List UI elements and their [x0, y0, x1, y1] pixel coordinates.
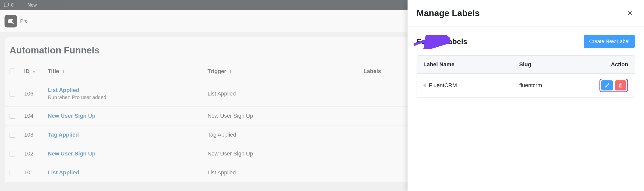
new-item[interactable]: New: [20, 2, 37, 8]
row-checkbox[interactable]: [10, 113, 15, 119]
select-all-checkbox[interactable]: [10, 69, 15, 74]
row-id: 106: [20, 81, 43, 107]
row-checkbox[interactable]: [10, 170, 15, 175]
column-id[interactable]: ID ▲▼: [20, 62, 43, 81]
plus-icon: [20, 2, 26, 8]
label-slug: fluentcrm: [513, 74, 578, 97]
create-new-label-button[interactable]: Create New Label: [584, 35, 635, 48]
row-trigger: List Applied: [203, 163, 359, 182]
sort-indicator-icon: ▲▼: [229, 70, 232, 73]
close-button[interactable]: [625, 8, 635, 18]
close-icon: [627, 10, 633, 16]
edit-label-button[interactable]: [601, 80, 613, 90]
row-subtitle: Run when Pro user added: [48, 94, 198, 100]
label-color-dot: [423, 84, 426, 87]
row-trigger: List Applied: [203, 81, 359, 107]
column-action: Action: [578, 56, 635, 74]
row-trigger: Tag Applied: [203, 125, 359, 144]
row-id: 104: [20, 107, 43, 125]
row-trigger: New User Sign Up: [203, 144, 359, 163]
pro-label: Pro: [20, 18, 28, 24]
drawer-header: Manage Labels: [408, 0, 644, 26]
row-title-link[interactable]: List Applied: [48, 169, 198, 176]
sort-indicator-icon: ▲▼: [33, 70, 35, 73]
manage-labels-drawer: Manage Labels Funnel Labels Create New L…: [408, 0, 644, 191]
row-title-link[interactable]: Tag Applied: [48, 132, 198, 138]
comments-item[interactable]: 0: [4, 2, 14, 8]
column-title[interactable]: Title ▲▼: [43, 62, 203, 81]
trash-icon: [618, 83, 623, 88]
label-row: FluentCRM fluentcrm: [417, 74, 635, 97]
action-highlight: [599, 79, 628, 92]
row-title-link[interactable]: New User Sign Up: [48, 113, 198, 119]
row-id: 102: [20, 144, 43, 163]
row-checkbox[interactable]: [10, 132, 15, 138]
row-id: 101: [20, 163, 43, 182]
delete-label-button[interactable]: [615, 80, 626, 90]
row-checkbox[interactable]: [10, 151, 15, 156]
row-title-link[interactable]: New User Sign Up: [48, 150, 198, 157]
drawer-title: Manage Labels: [417, 8, 625, 18]
row-trigger: New User Sign Up: [203, 107, 359, 125]
row-id: 103: [20, 125, 43, 144]
row-checkbox[interactable]: [10, 91, 15, 97]
sort-indicator-icon: ▲▼: [62, 70, 65, 73]
pro-logo: [5, 15, 17, 27]
comment-icon: [4, 2, 9, 8]
new-label: New: [28, 3, 37, 8]
column-slug: Slug: [513, 56, 578, 74]
label-name: FluentCRM: [429, 82, 457, 89]
pencil-icon: [605, 83, 609, 88]
row-title-link[interactable]: List Applied: [48, 87, 198, 93]
column-trigger[interactable]: Trigger ▲▼: [203, 62, 359, 81]
label-table: Label Name Slug Action FluentCRM fluentc…: [417, 55, 635, 98]
comments-count: 0: [11, 3, 14, 8]
column-label-name: Label Name: [417, 56, 513, 74]
arrow-annotation: [413, 35, 450, 49]
